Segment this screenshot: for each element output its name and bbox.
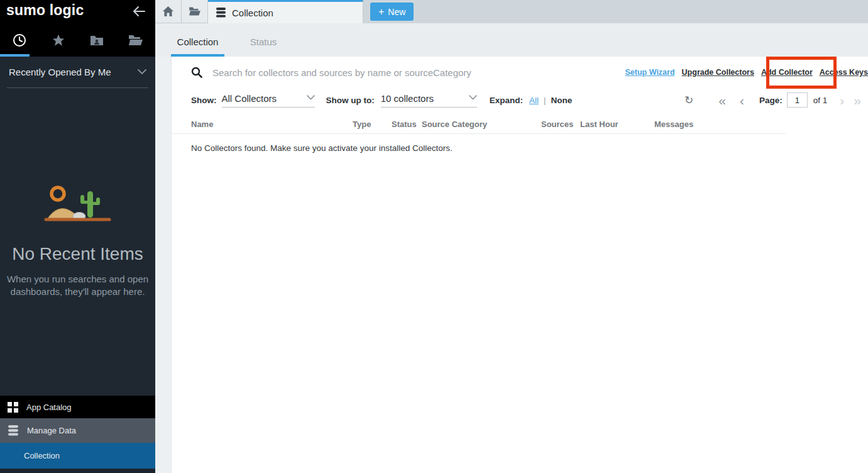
show-label: Show: [191, 96, 217, 105]
new-button-label: New [388, 7, 405, 17]
subtab-collection[interactable]: Collection [171, 36, 224, 57]
collapse-sidebar-icon[interactable] [132, 5, 146, 18]
folder-icon [189, 6, 201, 16]
expand-all-link[interactable]: All [529, 96, 539, 105]
content-area: Setup Wizard Upgrade Collectors Add Coll… [155, 57, 868, 473]
empty-table-message: No Collectors found. Make sure you activ… [172, 143, 868, 153]
home-icon [163, 6, 173, 16]
add-collector-link[interactable]: Add Collector [761, 68, 813, 77]
database-icon [8, 425, 19, 436]
pagination-controls: ↻ « ‹ Page: of 1 › » [684, 92, 868, 108]
show-up-to-dropdown[interactable]: 10 collectors [381, 93, 477, 108]
column-header-last-hour[interactable]: Last Hour [580, 120, 618, 129]
first-page-icon[interactable]: « [718, 94, 726, 107]
column-header-source-category[interactable]: Source Category [422, 120, 487, 129]
collection-label: Collection [24, 451, 60, 460]
page-number-input[interactable] [787, 92, 808, 108]
search-icon [191, 67, 202, 78]
sidebar-item-manage-data[interactable]: Manage Data [0, 418, 155, 443]
show-dropdown-value: All Collectors [222, 93, 277, 104]
subtab-status[interactable]: Status [243, 36, 283, 57]
sidebar-header: sumo logic [0, 0, 155, 57]
access-keys-link[interactable]: Access Keys [820, 68, 868, 77]
manage-data-label: Manage Data [27, 426, 76, 435]
main-area: Collection + New Collection Status Setup… [155, 0, 868, 473]
app-catalog-label: App Catalog [26, 403, 72, 412]
filter-row: Show: All Collectors Show up to: 10 coll… [172, 88, 868, 112]
column-header-status[interactable]: Status [392, 120, 417, 129]
column-header-type[interactable]: Type [353, 120, 371, 129]
chevron-down-icon [469, 95, 477, 100]
sidebar: sumo logic Recently Opened By Me [0, 0, 155, 473]
refresh-icon[interactable]: ↻ [684, 94, 693, 107]
upgrade-collectors-link[interactable]: Upgrade Collectors [682, 68, 754, 77]
column-header-sources[interactable]: Sources [541, 120, 573, 129]
show-dropdown[interactable]: All Collectors [222, 93, 315, 108]
top-tab-bar: Collection + New [155, 0, 868, 23]
column-header-name[interactable]: Name [191, 120, 213, 129]
sidebar-menu-divider [0, 469, 155, 473]
show-up-to-label: Show up to: [326, 96, 375, 105]
no-recent-items-title: No Recent Items [0, 244, 155, 264]
sidebar-item-app-catalog[interactable]: App Catalog [0, 396, 155, 418]
sidebar-bottom-menu: App Catalog Manage Data Collection [0, 396, 155, 473]
database-icon [216, 8, 226, 18]
page-count-label: of 1 [813, 96, 828, 105]
home-button[interactable] [155, 0, 182, 23]
desert-illustration [40, 182, 116, 224]
sub-tab-strip: Collection Status [155, 23, 868, 57]
toolbar-links: Setup Wizard Upgrade Collectors Add Coll… [625, 57, 868, 88]
new-button[interactable]: + New [370, 3, 414, 21]
sidebar-nav-icons [0, 30, 155, 50]
sumo-logic-logo: sumo logic [6, 2, 84, 19]
collectors-table-header: Name Type Status Source Category Sources… [172, 118, 786, 134]
sidebar-empty-state: No Recent Items When you run searches an… [0, 182, 155, 299]
active-nav-indicator [0, 54, 30, 57]
expand-label: Expand: [490, 96, 523, 105]
previous-page-icon[interactable]: ‹ [740, 94, 744, 107]
expand-none-link[interactable]: None [551, 96, 573, 105]
no-recent-items-description: When you run searches and open dashboard… [0, 273, 155, 299]
grid-icon [8, 402, 18, 413]
sidebar-item-collection[interactable]: Collection [0, 443, 155, 469]
tab-collection[interactable]: Collection [208, 0, 363, 23]
chevron-down-icon [138, 69, 146, 75]
recently-opened-label: Recently Opened By Me [9, 67, 111, 77]
tab-collection-label: Collection [232, 8, 273, 18]
search-row: Setup Wizard Upgrade Collectors Add Coll… [172, 57, 868, 88]
search-input[interactable] [212, 67, 483, 78]
setup-wizard-link[interactable]: Setup Wizard [625, 68, 675, 77]
expand-separator: | [544, 96, 546, 105]
recent-icon[interactable] [0, 33, 39, 47]
next-page-icon[interactable]: › [840, 94, 844, 107]
last-page-icon[interactable]: » [854, 94, 861, 107]
page-label: Page: [759, 96, 783, 105]
chevron-down-icon [307, 95, 315, 100]
recently-opened-dropdown[interactable]: Recently Opened By Me [7, 57, 148, 88]
library-icon[interactable] [116, 34, 155, 47]
library-tab-button[interactable] [182, 0, 208, 23]
collection-panel: Setup Wizard Upgrade Collectors Add Coll… [171, 57, 868, 473]
personal-folder-icon[interactable] [78, 34, 117, 47]
column-header-messages[interactable]: Messages [654, 120, 693, 129]
show-up-to-value: 10 collectors [381, 93, 434, 104]
favorites-icon[interactable] [39, 33, 78, 47]
plus-icon: + [378, 7, 384, 17]
